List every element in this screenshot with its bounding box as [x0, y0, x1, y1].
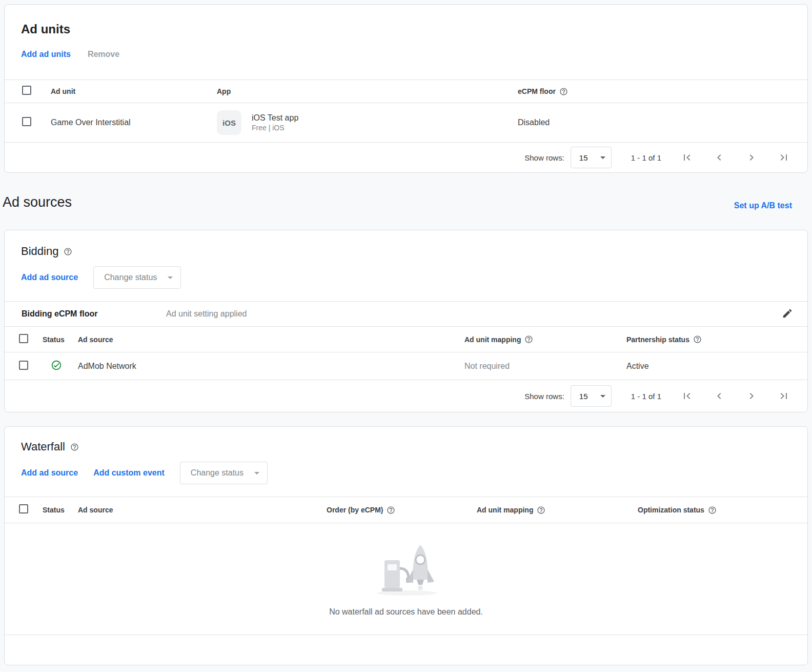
ad-unit-row-checkbox[interactable]	[22, 117, 31, 126]
ad-source-name: AdMob Network	[78, 362, 464, 371]
column-order-by-ecpm: Order (by eCPM)	[327, 506, 383, 514]
waterfall-empty-state: No waterfall ad sources have been added.	[5, 523, 807, 635]
ad-unit-mapping-help-icon[interactable]	[537, 506, 545, 515]
page-range: 1 - 1 of 1	[631, 153, 661, 162]
waterfall-help-icon[interactable]	[70, 443, 79, 451]
show-rows-label: Show rows:	[524, 153, 564, 162]
bidding-title: Bidding	[21, 245, 58, 258]
add-custom-event-link[interactable]: Add custom event	[93, 468, 165, 478]
ecpm-floor-value: Disabled	[518, 118, 791, 127]
column-app: App	[217, 87, 518, 95]
optimization-status-help-icon[interactable]	[708, 506, 717, 515]
bidding-select-all-checkbox[interactable]	[19, 334, 28, 343]
ios-app-icon: iOS	[217, 110, 241, 135]
app-name: iOS Test app	[252, 112, 298, 124]
bidding-pagination: Show rows: 15 1 - 1 of 1	[5, 380, 807, 412]
change-status-label: Change status	[191, 468, 243, 478]
column-ad-unit: Ad unit	[51, 87, 217, 95]
ad-units-pagination: Show rows: 15 1 - 1 of 1	[5, 143, 807, 172]
column-ad-source: Ad source	[78, 335, 464, 344]
previous-page-button[interactable]	[713, 390, 725, 402]
ad-unit-mapping-value: Not required	[464, 362, 626, 371]
caret-down-icon	[164, 271, 176, 284]
remove-link[interactable]: Remove	[88, 50, 119, 59]
add-ad-units-link[interactable]: Add ad units	[21, 50, 71, 59]
rows-per-page-select[interactable]: 15	[571, 147, 612, 168]
waterfall-toolbar: Add ad source Add custom event Change st…	[5, 462, 807, 484]
column-ad-unit-mapping: Ad unit mapping	[477, 506, 533, 514]
previous-page-button[interactable]	[713, 151, 725, 164]
waterfall-footer	[5, 635, 807, 665]
bidding-table-row: AdMob Network Not required Active	[5, 352, 807, 380]
column-status: Status	[43, 506, 78, 514]
bidding-add-ad-source-link[interactable]: Add ad source	[21, 273, 78, 282]
waterfall-empty-message: No waterfall ad sources have been added.	[5, 607, 807, 617]
column-ecpm-floor: eCPM floor	[518, 87, 556, 95]
pencil-icon	[782, 308, 793, 319]
bidding-title-row: Bidding	[21, 245, 791, 258]
ad-unit-table-row: Game Over Interstitial iOS iOS Test app …	[5, 103, 807, 143]
waterfall-title: Waterfall	[21, 440, 65, 453]
ad-units-card: Ad units Add ad units Remove Ad unit App…	[4, 4, 808, 173]
last-page-button[interactable]	[778, 390, 790, 402]
first-page-button[interactable]	[681, 390, 693, 402]
column-ad-unit-mapping: Ad unit mapping	[464, 335, 521, 344]
bidding-change-status-button[interactable]: Change status	[93, 266, 181, 289]
next-page-button[interactable]	[745, 151, 758, 164]
partnership-status-help-icon[interactable]	[693, 335, 702, 344]
bidding-ecpm-floor-row: Bidding eCPM floor Ad unit setting appli…	[5, 301, 807, 327]
bidding-toolbar: Add ad source Change status	[5, 266, 807, 289]
ecpm-floor-help-icon[interactable]	[559, 87, 568, 96]
bidding-table-header: Status Ad source Ad unit mapping Partner…	[5, 327, 807, 352]
ad-sources-section-head: Ad sources Set up A/B test	[3, 194, 792, 210]
waterfall-card: Waterfall Add ad source Add custom event…	[4, 426, 808, 665]
column-optimization-status: Optimization status	[638, 506, 704, 514]
bidding-row-checkbox[interactable]	[19, 361, 28, 370]
ad-sources-heading: Ad sources	[3, 194, 72, 210]
ad-unit-mapping-help-icon[interactable]	[524, 335, 533, 344]
bidding-ecpm-floor-label: Bidding eCPM floor	[22, 309, 166, 319]
page-range: 1 - 1 of 1	[631, 392, 661, 401]
ad-units-select-all-checkbox[interactable]	[22, 86, 31, 95]
waterfall-change-status-button[interactable]: Change status	[180, 462, 268, 484]
ad-units-toolbar: Add ad units Remove	[21, 50, 791, 80]
bidding-help-icon[interactable]	[64, 247, 72, 256]
waterfall-table-header: Status Ad source Order (by eCPM) Ad unit…	[5, 497, 807, 523]
bidding-ecpm-floor-value: Ad unit setting applied	[166, 309, 782, 319]
column-partnership-status: Partnership status	[626, 335, 689, 344]
next-page-button[interactable]	[745, 390, 758, 402]
waterfall-title-row: Waterfall	[21, 440, 791, 453]
ad-units-title: Ad units	[21, 22, 791, 36]
active-status-check-icon	[51, 360, 62, 371]
caret-down-icon	[251, 467, 263, 479]
rows-per-page-value: 15	[579, 392, 588, 401]
caret-down-icon	[597, 390, 609, 402]
partnership-status-value: Active	[626, 362, 791, 371]
column-status: Status	[43, 335, 78, 344]
waterfall-select-all-checkbox[interactable]	[19, 504, 28, 513]
edit-floor-button[interactable]	[782, 308, 794, 320]
caret-down-icon	[597, 151, 609, 164]
rows-per-page-select[interactable]: 15	[571, 385, 612, 407]
ad-unit-name: Game Over Interstitial	[51, 118, 217, 127]
bidding-card: Bidding Add ad source Change status Bidd…	[4, 230, 808, 412]
rows-per-page-value: 15	[579, 153, 588, 162]
column-ad-source: Ad source	[78, 506, 327, 514]
last-page-button[interactable]	[778, 151, 790, 164]
waterfall-add-ad-source-link[interactable]: Add ad source	[21, 468, 78, 478]
first-page-button[interactable]	[681, 151, 693, 164]
change-status-label: Change status	[104, 273, 157, 282]
show-rows-label: Show rows:	[524, 392, 564, 401]
app-meta: Free | iOS	[252, 123, 298, 133]
app-cell: iOS iOS Test app Free | iOS	[217, 110, 518, 135]
order-help-icon[interactable]	[387, 506, 395, 515]
setup-ab-test-link[interactable]: Set up A/B test	[734, 201, 792, 210]
ad-units-table-header: Ad unit App eCPM floor	[5, 80, 807, 103]
rocket-fuel-pump-illustration	[365, 538, 447, 598]
